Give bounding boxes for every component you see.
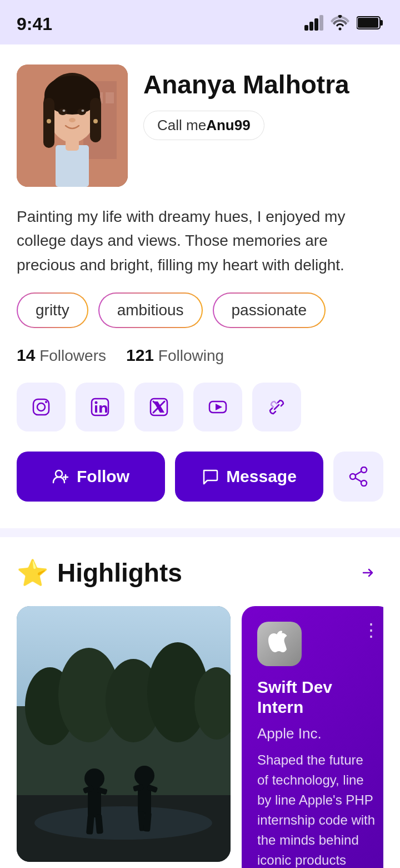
twitter-button[interactable]	[134, 383, 183, 431]
svg-point-37	[361, 480, 367, 486]
instagram-icon	[30, 396, 52, 418]
svg-point-50	[84, 768, 104, 788]
profile-info: Ananya Malhotra Call me Anu99	[143, 65, 383, 140]
svg-point-31	[95, 401, 98, 404]
youtube-button[interactable]	[193, 383, 242, 431]
apple-svg-icon	[266, 630, 293, 658]
link-button[interactable]	[252, 383, 301, 431]
apple-desc: Shaped the future of technology, line by…	[257, 750, 376, 868]
svg-point-21	[82, 110, 84, 112]
wifi-icon	[330, 15, 350, 33]
tag-ambitious[interactable]: ambitious	[98, 292, 203, 328]
highlights-arrow-button[interactable]	[352, 557, 383, 588]
username-handle: Anu99	[206, 117, 250, 134]
follow-button[interactable]: Follow	[17, 452, 165, 502]
apple-card-menu[interactable]: ⋮	[362, 619, 381, 641]
signal-icon	[304, 15, 323, 33]
share-button[interactable]	[333, 452, 383, 502]
action-row: Follow Message	[0, 452, 400, 528]
share-icon	[348, 467, 368, 487]
svg-rect-3	[319, 15, 323, 31]
highlights-title: Highlights	[57, 558, 182, 588]
apple-company: Apple Inc.	[257, 725, 376, 742]
battery-icon	[357, 16, 383, 32]
svg-point-19	[77, 108, 86, 115]
avatar-wrapper	[17, 65, 128, 187]
svg-point-56	[134, 766, 154, 786]
tag-gritty[interactable]: gritty	[17, 292, 88, 328]
link-icon	[266, 396, 288, 418]
youtube-icon	[207, 396, 229, 418]
svg-rect-6	[380, 20, 383, 26]
apple-job-title: Swift Dev Intern	[257, 677, 376, 717]
status-bar: 9:41	[0, 0, 400, 44]
main-content: Ananya Malhotra Call me Anu99 Painting m…	[0, 44, 400, 528]
svg-point-36	[361, 467, 367, 473]
highlight-card-apple[interactable]: ⋮ Swift Dev Intern Apple Inc. Shaped the…	[242, 606, 383, 868]
svg-point-35	[56, 470, 62, 477]
highlights-title-group: ⭐ Highlights	[17, 558, 182, 588]
highlights-header: ⭐ Highlights	[17, 557, 383, 588]
svg-marker-34	[216, 404, 222, 410]
following-count[interactable]: 121 Following	[126, 346, 224, 365]
star-icon: ⭐	[17, 560, 48, 586]
follow-icon	[52, 468, 69, 485]
svg-point-17	[69, 118, 76, 122]
followers-row: 14 Followers 121 Following	[0, 346, 400, 383]
svg-rect-7	[358, 18, 378, 28]
profile-name: Ananya Malhotra	[143, 70, 383, 100]
tags-row: gritty ambitious passionate	[0, 292, 400, 346]
svg-point-20	[63, 110, 66, 112]
message-icon	[202, 468, 218, 485]
svg-point-22	[47, 119, 51, 123]
instagram-button[interactable]	[17, 383, 66, 431]
social-row	[0, 383, 400, 452]
apple-logo-wrapper	[257, 622, 302, 666]
avatar	[17, 65, 128, 187]
svg-rect-2	[314, 18, 318, 31]
tag-passionate[interactable]: passionate	[213, 292, 326, 328]
svg-rect-25	[66, 137, 79, 151]
message-button[interactable]: Message	[175, 452, 323, 502]
section-divider	[0, 528, 400, 537]
highlight-card-dance[interactable]: Dance ⋮	[17, 606, 231, 862]
svg-rect-30	[95, 405, 97, 413]
profile-header: Ananya Malhotra Call me Anu99	[0, 44, 400, 200]
svg-point-28	[45, 401, 47, 403]
highlights-section: ⭐ Highlights Dance ⋮	[0, 537, 400, 868]
svg-point-4	[339, 28, 342, 31]
svg-line-39	[356, 472, 361, 475]
svg-point-38	[350, 474, 356, 479]
highlights-cards: Dance ⋮	[17, 606, 383, 868]
svg-rect-0	[304, 25, 308, 31]
svg-point-18	[58, 108, 67, 115]
followers-count[interactable]: 14 Followers	[17, 346, 106, 365]
message-label: Message	[226, 467, 297, 486]
profile-bio: Painting my life with dreamy hues, I enj…	[0, 200, 400, 292]
status-icons	[304, 15, 383, 33]
follow-label: Follow	[77, 467, 129, 486]
svg-line-40	[356, 478, 361, 482]
linkedin-icon	[89, 396, 111, 418]
svg-rect-1	[309, 22, 313, 31]
svg-point-49	[34, 806, 212, 840]
username-prefix: Call me	[157, 117, 206, 134]
linkedin-button[interactable]	[76, 383, 124, 431]
status-time: 9:41	[17, 14, 52, 34]
arrow-right-icon	[358, 563, 378, 583]
svg-rect-11	[106, 92, 114, 103]
username-badge: Call me Anu99	[143, 111, 264, 140]
svg-rect-24	[56, 145, 89, 187]
svg-point-27	[37, 403, 45, 411]
svg-point-23	[93, 119, 98, 123]
twitter-icon	[148, 396, 170, 418]
